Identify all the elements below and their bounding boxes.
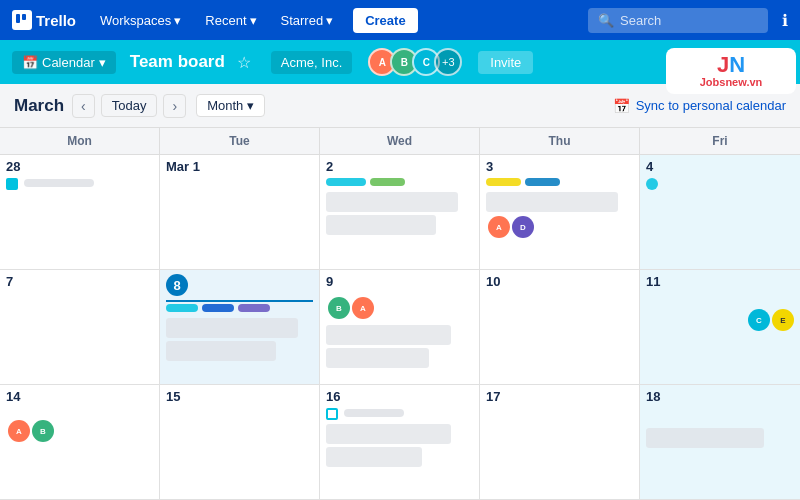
cal-cell-8-today[interactable]: 8: [160, 270, 320, 384]
star-icon[interactable]: ☆: [237, 53, 251, 72]
chevron-down-icon: ▾: [174, 13, 181, 28]
card-bar: [166, 318, 298, 338]
board-header: 📅 Calendar ▾ Team board ☆ Acme, Inc. A B…: [0, 40, 800, 84]
day-header-tue: Tue: [160, 128, 320, 154]
avatar: B: [328, 297, 350, 319]
svg-rect-0: [16, 14, 20, 23]
card-bar: [326, 348, 429, 368]
day-number: 16: [326, 389, 473, 404]
cal-cell-3[interactable]: 3 A D: [480, 155, 640, 269]
day-number: 18: [646, 389, 794, 404]
day-number: 3: [486, 159, 633, 174]
day-number: 9: [326, 274, 473, 289]
board-title: Team board: [130, 52, 225, 72]
avatar: B: [32, 420, 54, 442]
day-number: 11: [646, 274, 794, 289]
card-pill: [24, 179, 94, 187]
sync-calendar-button[interactable]: 📅 Sync to personal calendar: [613, 98, 786, 114]
cal-cell-28[interactable]: 28: [0, 155, 160, 269]
card-row: [166, 304, 313, 315]
check-icon: [6, 178, 18, 190]
cal-cell-14[interactable]: 14 A B: [0, 385, 160, 499]
card-dot: [646, 178, 658, 190]
card-bar: [326, 192, 458, 212]
avatar: A: [488, 216, 510, 238]
cal-cell-18[interactable]: 18: [640, 385, 800, 499]
check-icon: [326, 408, 338, 420]
card-row: [486, 178, 633, 189]
day-number: 15: [166, 389, 313, 404]
calendar-icon: 📅: [22, 55, 38, 70]
card-pill: [238, 304, 270, 312]
info-icon[interactable]: ℹ: [782, 11, 788, 30]
card-pill: [166, 304, 198, 312]
card-bar: [326, 424, 451, 444]
cal-cell-2[interactable]: 2: [320, 155, 480, 269]
card-pill: [202, 304, 234, 312]
cal-cell-mar1[interactable]: Mar 1: [160, 155, 320, 269]
cal-cell-7[interactable]: 7: [0, 270, 160, 384]
trello-logo[interactable]: Trello: [12, 10, 76, 30]
starred-menu[interactable]: Starred ▾: [273, 9, 342, 32]
invite-button[interactable]: Invite: [478, 51, 533, 74]
cal-cell-4[interactable]: 4: [640, 155, 800, 269]
trello-brand-name: Trello: [36, 12, 76, 29]
day-number: 8: [166, 274, 188, 296]
cal-cell-17[interactable]: 17: [480, 385, 640, 499]
next-month-button[interactable]: ›: [163, 94, 186, 118]
svg-rect-1: [22, 14, 26, 20]
member-avatars: A B C +3: [368, 48, 462, 76]
day-header-thu: Thu: [480, 128, 640, 154]
chevron-down-icon: ▾: [326, 13, 333, 28]
create-button[interactable]: Create: [353, 8, 417, 33]
day-number: Mar 1: [166, 159, 313, 174]
card-bar: [166, 341, 276, 361]
chevron-down-icon: ▾: [99, 55, 106, 70]
day-header-wed: Wed: [320, 128, 480, 154]
month-label: March: [14, 96, 64, 116]
day-header-fri: Fri: [640, 128, 800, 154]
trello-logo-icon: [12, 10, 32, 30]
view-mode-select[interactable]: Month ▾: [196, 94, 265, 117]
calendar-main: Mon Tue Wed Thu Fri 28 Mar 1: [0, 128, 800, 500]
card-pill: [370, 178, 405, 186]
search-bar[interactable]: 🔍 Search: [588, 8, 768, 33]
cal-cell-11[interactable]: 11 C E: [640, 270, 800, 384]
day-number: 4: [646, 159, 794, 174]
day-header-mon: Mon: [0, 128, 160, 154]
cal-cell-15[interactable]: 15: [160, 385, 320, 499]
avatar: A: [8, 420, 30, 442]
day-number: 7: [6, 274, 153, 289]
chevron-down-icon: ▾: [247, 98, 254, 113]
recent-menu[interactable]: Recent ▾: [197, 9, 264, 32]
sync-icon: 📅: [613, 98, 630, 114]
week-row: 7 8 9 B: [0, 270, 800, 385]
card-pill: [486, 178, 521, 186]
day-number: 2: [326, 159, 473, 174]
avatar: E: [772, 309, 794, 331]
days-header: Mon Tue Wed Thu Fri: [0, 128, 800, 155]
cal-cell-10[interactable]: 10: [480, 270, 640, 384]
watermark-site: Jobsnew.vn: [676, 76, 786, 88]
card-bar: [326, 325, 451, 345]
card-pill: [326, 178, 366, 186]
today-button[interactable]: Today: [101, 94, 158, 117]
card-pill: [344, 409, 404, 417]
cal-cell-16[interactable]: 16: [320, 385, 480, 499]
card-bar: [486, 192, 618, 212]
card-bar: [326, 215, 436, 235]
cal-cell-9[interactable]: 9 B A: [320, 270, 480, 384]
org-label[interactable]: Acme, Inc.: [271, 51, 352, 74]
search-icon: 🔍: [598, 13, 614, 28]
day-number: 10: [486, 274, 633, 289]
day-number: 28: [6, 159, 153, 174]
prev-month-button[interactable]: ‹: [72, 94, 95, 118]
watermark: JN Jobsnew.vn: [666, 48, 796, 94]
workspaces-menu[interactable]: Workspaces ▾: [92, 9, 189, 32]
view-switcher[interactable]: 📅 Calendar ▾: [12, 51, 116, 74]
avatar: D: [512, 216, 534, 238]
card-pill: [525, 178, 560, 186]
avatar-overflow-count[interactable]: +3: [434, 48, 462, 76]
calendar-weeks: 28 Mar 1 2: [0, 155, 800, 500]
top-nav: Trello Workspaces ▾ Recent ▾ Starred ▾ C…: [0, 0, 800, 40]
